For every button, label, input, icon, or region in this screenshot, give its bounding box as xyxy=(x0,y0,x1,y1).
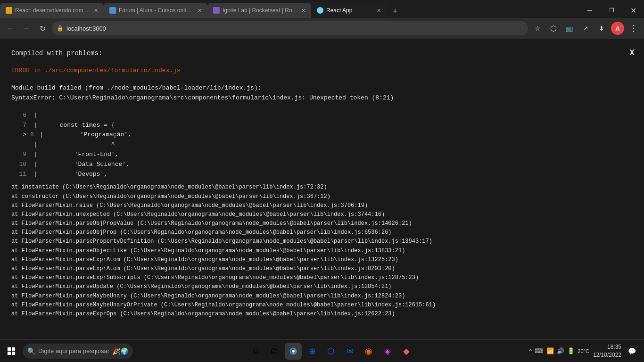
volume-icon[interactable]: 🔊 xyxy=(557,347,564,354)
module-error-line1: Module build failed (from ./node_modules… xyxy=(11,83,633,93)
line-code-8: | 'Programação', xyxy=(40,130,132,140)
profile-button[interactable]: A xyxy=(611,22,624,35)
tray-chevron-icon[interactable]: ^ xyxy=(529,347,532,354)
browser-toolbar: ← → ↻ 🔒 localhost:3000 ☆ ⬡ 📺 ↗ ⬇ A ⋮ xyxy=(0,18,644,39)
mail-button[interactable]: ✉ xyxy=(341,343,358,360)
tab-3[interactable]: Ignite Lab | Rocketseat | Rockets... ✕ xyxy=(207,3,311,18)
time-display: 18:35 xyxy=(593,343,621,351)
share-icon[interactable]: ↗ xyxy=(579,22,592,35)
stack-trace-line: at FlowParserMixin.parseObjectLike (C:\U… xyxy=(11,247,633,255)
tab2-close[interactable]: ✕ xyxy=(198,8,202,14)
line-code-caret: | ^ xyxy=(34,140,115,150)
datetime-display[interactable]: 18:35 12/10/2022 xyxy=(593,343,621,359)
app9-button[interactable]: ◆ xyxy=(398,343,415,360)
app8-button[interactable]: ◈ xyxy=(379,343,396,360)
stack-trace-line: at FlowParserMixin.parseExprSubscripts (… xyxy=(11,273,633,282)
stack-trace-line: at FlowParserMixin.parsePropertyDefiniti… xyxy=(11,237,633,246)
close-error-button[interactable]: X xyxy=(629,46,635,60)
error-overlay: X Compiled with problems: ERROR in ./src… xyxy=(0,39,644,339)
close-window-button[interactable]: ✕ xyxy=(622,3,644,18)
new-tab-button[interactable]: + xyxy=(388,5,402,18)
tab4-label: React App xyxy=(326,7,374,14)
minimize-button[interactable]: ─ xyxy=(579,3,601,18)
network-icon[interactable]: 📶 xyxy=(546,347,554,354)
back-button[interactable]: ← xyxy=(4,22,17,35)
stack-trace: at instantiate (C:\Users\Reginaldo\organ… xyxy=(11,183,633,319)
browser-window: React: desenvolvendo com JavaS... ✕ Fóru… xyxy=(0,0,644,362)
cast-icon[interactable]: 📺 xyxy=(563,22,576,35)
code-line-8: > 8 | 'Programação', xyxy=(11,130,633,140)
search-placeholder-text: Digite aqui para pesquisar xyxy=(38,347,109,354)
svg-point-1 xyxy=(292,350,295,353)
extension-icon[interactable]: ⬡ xyxy=(547,22,560,35)
tab-4[interactable]: React App ✕ xyxy=(311,3,387,18)
stack-trace-line: at FlowParserMixin.parseExprAtom (C:\Use… xyxy=(11,255,633,264)
stack-trace-line: at FlowParserMixin.parseUpdate (C:\Users… xyxy=(11,282,633,291)
tab-2[interactable]: Fórum | Alura - Cursos online de ... ✕ xyxy=(104,3,207,18)
system-tray: ^ ⌨ 📶 🔊 🔋 20°C xyxy=(529,347,589,354)
module-error: Module build failed (from ./node_modules… xyxy=(11,83,633,103)
code-line-7: 7 | const times = { xyxy=(11,121,633,131)
browser-button[interactable]: ◉ xyxy=(360,343,377,360)
search-emoji: 🎉🌍 xyxy=(112,347,128,355)
line-code-9: | 'Front-End', xyxy=(34,150,118,160)
tab-1[interactable]: React: desenvolvendo com JavaS... ✕ xyxy=(0,3,104,18)
start-button[interactable] xyxy=(0,340,23,362)
taskbar: 🔍 Digite aqui para pesquisar 🎉🌍 ⧉ 🗂 ⊕ ⬡ … xyxy=(0,339,644,362)
line-code-6: | xyxy=(34,111,38,121)
file-explorer-button[interactable]: 🗂 xyxy=(266,343,283,360)
page-content: X Compiled with problems: ERROR in ./src… xyxy=(0,39,644,339)
notification-center-button[interactable]: 💬 xyxy=(625,345,638,358)
reload-button[interactable]: ↻ xyxy=(36,22,49,35)
vscode-button[interactable]: ⬡ xyxy=(322,343,339,360)
line-code-10: | 'Data Science', xyxy=(34,160,130,170)
tab2-label: Fórum | Alura - Cursos online de ... xyxy=(119,7,195,14)
tab1-close[interactable]: ✕ xyxy=(94,8,98,14)
windows-logo-icon xyxy=(8,347,15,355)
taskview-button[interactable]: ⧉ xyxy=(247,343,264,360)
code-line-10: 10 | 'Data Science', xyxy=(11,160,633,170)
stack-trace-line: at FlowParserMixin.parseExprOps (C:\User… xyxy=(11,310,633,319)
stack-trace-line: at FlowParserMixin.unexpected (C:\Users\… xyxy=(11,210,633,219)
forward-button[interactable]: → xyxy=(20,22,33,35)
module-error-line2: SyntaxError: C:\Users\Reginaldo\organogr… xyxy=(11,93,633,103)
compiled-header: Compiled with problems: xyxy=(11,48,633,58)
menu-button[interactable]: ⋮ xyxy=(627,22,640,35)
tab-bar: React: desenvolvendo com JavaS... ✕ Fóru… xyxy=(0,0,644,18)
temp-icon[interactable]: 20°C xyxy=(578,348,589,354)
tab1-favicon xyxy=(6,7,12,14)
lock-icon: 🔒 xyxy=(57,25,64,32)
edge-browser-button[interactable]: ⊕ xyxy=(304,343,321,360)
tab2-favicon xyxy=(109,7,116,14)
code-line-caret: | ^ xyxy=(11,140,633,150)
keyboard-icon[interactable]: ⌨ xyxy=(535,347,544,354)
code-line-11: 11 | 'Devops', xyxy=(11,170,633,180)
chrome-button[interactable] xyxy=(285,343,302,360)
tab4-favicon xyxy=(317,7,323,14)
code-block: 6 | 7 | const times = { > 8 | 'Programaç… xyxy=(11,111,633,180)
tab4-close[interactable]: ✕ xyxy=(377,8,381,14)
line-num-11: 11 xyxy=(11,170,30,180)
line-code-7: | const times = { xyxy=(34,121,115,131)
stack-trace-line: at FlowParserMixin.parseMaybeUnary (C:\U… xyxy=(11,292,633,301)
maximize-button[interactable]: ❐ xyxy=(601,3,622,18)
line-code-11: | 'Devops', xyxy=(34,170,107,180)
stack-trace-line: at FlowParserMixin.parseExprAtom (C:\Use… xyxy=(11,264,633,273)
tab3-close[interactable]: ✕ xyxy=(301,8,305,14)
bookmark-icon[interactable]: ☆ xyxy=(531,22,544,35)
line-num-9: 9 xyxy=(11,150,30,160)
stack-trace-line: at instantiate (C:\Users\Reginaldo\organ… xyxy=(11,183,633,192)
battery-icon[interactable]: 🔋 xyxy=(567,347,575,354)
taskbar-center-area: ⧉ 🗂 ⊕ ⬡ ✉ ◉ ◈ ◆ xyxy=(133,343,529,360)
code-line-9: 9 | 'Front-End', xyxy=(11,150,633,160)
date-display: 12/10/2022 xyxy=(593,351,621,359)
code-line-6: 6 | xyxy=(11,111,633,121)
line-num-6: 6 xyxy=(11,111,30,121)
taskbar-search[interactable]: 🔍 Digite aqui para pesquisar 🎉🌍 xyxy=(23,344,133,359)
arrow-8: > xyxy=(11,130,30,140)
line-num-10: 10 xyxy=(11,160,30,170)
address-bar[interactable]: 🔒 localhost:3000 xyxy=(52,21,528,35)
tab3-label: Ignite Lab | Rocketseat | Rockets... xyxy=(223,7,298,14)
save-icon[interactable]: ⬇ xyxy=(595,22,608,35)
window-controls: ─ ❐ ✕ xyxy=(579,3,644,18)
